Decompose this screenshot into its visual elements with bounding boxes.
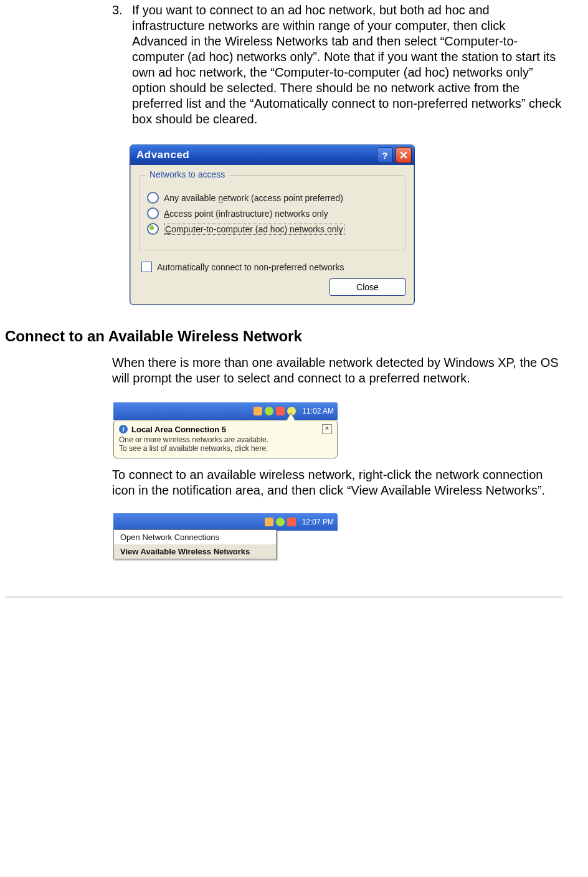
auto-connect-checkbox[interactable]: Automatically connect to non-preferred n… <box>141 262 405 272</box>
taskbar-clock: 11:02 AM <box>302 407 334 415</box>
close-button[interactable]: Close <box>330 278 405 296</box>
radio-access-point[interactable]: Access point (infrastructure) networks o… <box>147 207 397 219</box>
footer-rule <box>5 597 563 597</box>
menu-item-view-available[interactable]: View Available Wireless Networks <box>114 544 276 559</box>
step-number: 3. <box>112 2 132 127</box>
tray-icon[interactable] <box>265 407 273 415</box>
help-button[interactable] <box>377 147 393 163</box>
step-3: 3. If you want to connect to an ad hoc n… <box>112 2 563 127</box>
group-legend: Networks to access <box>146 169 229 179</box>
info-icon: i <box>119 425 128 434</box>
advanced-dialog-image: Advanced Networks to access Any availabl… <box>130 145 415 305</box>
tray-icon[interactable] <box>276 407 285 415</box>
balloon-tooltip[interactable]: i Local Area Connection 5 × One or more … <box>113 420 338 458</box>
section-heading: Connect to an Available Wireless Network <box>5 328 588 345</box>
checkbox-icon <box>141 262 152 272</box>
taskbar: 11:02 AM <box>113 402 338 420</box>
balloon-title: Local Area Connection 5 <box>131 425 226 434</box>
menu-item-open-connections[interactable]: Open Network Connections <box>114 530 276 544</box>
radio-label: Access point (infrastructure) networks o… <box>164 209 328 219</box>
section-para-1: When there is more than one available ne… <box>112 355 563 386</box>
step-text: If you want to connect to an ad hoc netw… <box>132 2 563 127</box>
radio-label: Computer-to-computer (ad hoc) networks o… <box>164 224 344 235</box>
radio-icon <box>147 192 159 204</box>
radio-icon <box>147 207 159 219</box>
taskbar: 12:07 PM <box>113 513 338 531</box>
close-icon[interactable] <box>396 147 412 163</box>
balloon-line1: One or more wireless networks are availa… <box>119 435 332 444</box>
tray-icon[interactable] <box>265 518 273 526</box>
balloon-line2: To see a list of available networks, cli… <box>119 444 332 453</box>
section-para-2: To connect to an available wireless netw… <box>112 467 563 498</box>
context-menu-image: 12:07 PM Open Network Connections View A… <box>113 513 338 559</box>
context-menu: Open Network Connections View Available … <box>113 529 277 559</box>
tray-icon[interactable] <box>276 518 285 526</box>
tray-icon[interactable] <box>287 518 296 526</box>
dialog-titlebar[interactable]: Advanced <box>130 145 414 165</box>
checkbox-label: Automatically connect to non-preferred n… <box>157 262 344 272</box>
tray-icon[interactable] <box>254 407 262 415</box>
balloon-close-icon[interactable]: × <box>322 424 332 434</box>
networks-to-access-group: Networks to access Any available network… <box>139 175 405 250</box>
radio-icon <box>147 223 159 235</box>
radio-adhoc[interactable]: Computer-to-computer (ad hoc) networks o… <box>147 223 397 235</box>
taskbar-clock: 12:07 PM <box>302 518 334 526</box>
balloon-tooltip-image: 11:02 AM i Local Area Connection 5 × One… <box>113 402 338 458</box>
radio-label: Any available network (access point pref… <box>164 193 343 203</box>
dialog-title: Advanced <box>136 149 189 161</box>
radio-any-network[interactable]: Any available network (access point pref… <box>147 192 397 204</box>
